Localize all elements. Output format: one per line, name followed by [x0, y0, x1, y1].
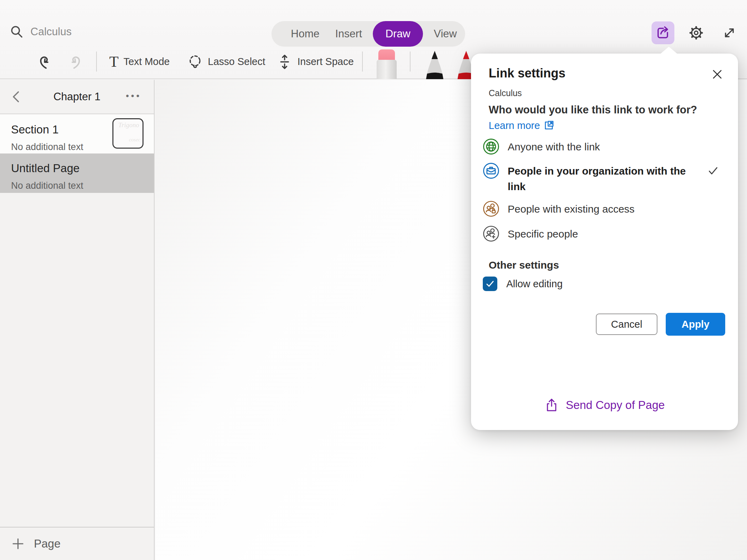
chevron-left-icon: [9, 89, 24, 104]
page-title: Untitled Page: [11, 162, 154, 175]
share-button[interactable]: [652, 21, 674, 44]
black-pen-tool[interactable]: [423, 51, 447, 79]
lasso-icon: [187, 54, 203, 70]
add-page-button[interactable]: Page: [0, 527, 154, 560]
lasso-select-button[interactable]: Lasso Select: [187, 54, 265, 70]
learn-more-link[interactable]: Learn more: [489, 120, 554, 131]
expand-icon: [721, 25, 737, 41]
add-page-label: Page: [34, 537, 61, 550]
apply-button[interactable]: Apply: [666, 313, 725, 336]
redo-button[interactable]: [68, 54, 84, 70]
text-mode-button[interactable]: T Text Mode: [109, 54, 170, 69]
organization-icon: [483, 162, 499, 179]
ribbon-tabbar: Home Insert Draw View: [271, 21, 465, 47]
fullscreen-button[interactable]: [718, 21, 741, 44]
send-copy-label: Send Copy of Page: [566, 399, 665, 412]
tab-home[interactable]: Home: [286, 21, 324, 47]
page-list-sidebar: Chapter 1 ••• Section 1 No additional te…: [0, 80, 155, 560]
toolbar-divider: [410, 52, 411, 72]
popup-title: Link settings: [489, 66, 565, 81]
people-plus-icon: [483, 225, 499, 242]
option-people-in-organization[interactable]: People in your organization with the lin…: [483, 162, 728, 194]
undo-button[interactable]: [36, 54, 52, 70]
option-anyone-with-link[interactable]: Anyone with the link: [483, 138, 728, 155]
header-actions: [652, 21, 741, 44]
allow-editing-checkbox[interactable]: [483, 277, 497, 291]
cancel-button[interactable]: Cancel: [596, 314, 657, 335]
gear-icon: [687, 24, 705, 42]
page-thumbnail: Trigono cosec: [112, 118, 144, 149]
settings-button[interactable]: [685, 21, 708, 44]
share-icon: [655, 25, 671, 41]
plus-icon: [11, 537, 25, 551]
back-button[interactable]: [9, 89, 24, 104]
section-more-button[interactable]: •••: [126, 80, 141, 114]
close-button[interactable]: [710, 67, 725, 82]
page-item-untitled-selected[interactable]: Untitled Page No additional text: [0, 153, 154, 193]
globe-icon: [483, 138, 499, 155]
page-item-section1[interactable]: Section 1 No additional text Trigono cos…: [0, 115, 154, 153]
other-settings-heading: Other settings: [489, 259, 559, 271]
tab-draw[interactable]: Draw: [373, 21, 423, 47]
toolbar-divider: [362, 52, 363, 72]
notebook-search[interactable]: Calculus: [10, 25, 72, 39]
external-link-icon: [543, 119, 554, 130]
allow-editing-label: Allow editing: [506, 278, 563, 290]
people-lock-icon: [483, 200, 499, 217]
check-icon: [485, 279, 495, 289]
insert-space-icon: [277, 54, 293, 70]
popup-beak: [660, 47, 678, 54]
option-specific-people[interactable]: Specific people: [483, 225, 728, 242]
send-copy-button[interactable]: Send Copy of Page: [471, 398, 738, 412]
close-icon: [711, 68, 723, 81]
tab-insert[interactable]: Insert: [330, 21, 367, 47]
popup-buttons: Cancel Apply: [596, 313, 725, 336]
redo-icon: [68, 54, 84, 70]
page-subtitle: No additional text: [11, 180, 154, 191]
sidebar-header: Chapter 1 •••: [0, 80, 154, 114]
black-pen-icon: [423, 51, 447, 79]
option-people-existing-access[interactable]: People with existing access: [483, 200, 728, 217]
undo-icon: [36, 54, 52, 70]
search-notebook-label: Calculus: [30, 26, 72, 38]
text-mode-icon: T: [109, 54, 119, 69]
popup-notebook-name: Calculus: [489, 88, 522, 98]
toolbar-divider: [96, 52, 97, 72]
send-copy-icon: [544, 398, 559, 412]
tab-view[interactable]: View: [429, 21, 462, 47]
search-icon: [10, 25, 24, 39]
insert-space-button[interactable]: Insert Space: [277, 54, 354, 70]
link-audience-question: Who would you like this link to work for…: [489, 102, 731, 133]
selected-check-icon: [707, 165, 719, 177]
eraser-tool[interactable]: [377, 49, 397, 79]
allow-editing-row[interactable]: Allow editing: [483, 277, 563, 291]
link-settings-popup: Link settings Calculus Who would you lik…: [471, 54, 738, 430]
